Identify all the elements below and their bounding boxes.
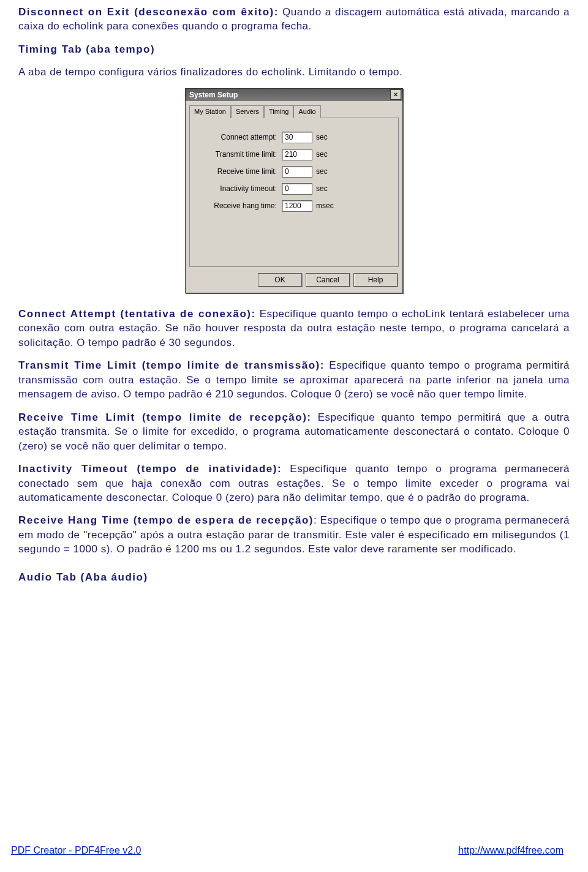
receive-hang-input[interactable] [282, 200, 312, 212]
bold-label: Inactivity Timeout (tempo de inatividade… [18, 463, 282, 475]
ok-button[interactable]: OK [258, 273, 302, 287]
tab-audio[interactable]: Audio [293, 105, 320, 118]
row-receive-limit: Receive time limit: sec [198, 166, 390, 178]
field-label: Transmit time limit: [198, 149, 282, 160]
bold-label: Receive Hang Time (tempo de espera de re… [18, 514, 314, 526]
help-button[interactable]: Help [353, 273, 398, 287]
bold-label: Audio Tab (Aba áudio) [18, 571, 148, 583]
page-footer: PDF Creator - PDF4Free v2.0 http://www.p… [0, 844, 588, 857]
bold-label: Receive Time Limit (tempo limite de rece… [18, 412, 312, 423]
dialog-button-row: OK Cancel Help [186, 267, 402, 293]
para-transmit-limit: Transmit Time Limit (tempo limite de tra… [18, 358, 570, 401]
document-page: Disconnect on Exit (desconexão com êxito… [0, 0, 588, 584]
row-receive-hang: Receive hang time: msec [198, 200, 390, 212]
tab-timing[interactable]: Timing [264, 105, 294, 118]
unit-label: msec [312, 201, 334, 211]
field-label: Receive time limit: [198, 167, 282, 177]
bold-label: Transmit Time Limit (tempo limite de tra… [18, 359, 325, 371]
footer-right-link[interactable]: http://www.pdf4free.com [458, 844, 564, 857]
dialog-title: System Setup [189, 90, 238, 100]
cancel-button[interactable]: Cancel [306, 273, 350, 287]
unit-label: sec [312, 132, 328, 143]
dialog-wrap: System Setup × My Station Servers Timing… [18, 88, 570, 293]
tab-servers[interactable]: Servers [231, 105, 264, 118]
heading-timing-tab: Timing Tab (aba tempo) [18, 42, 570, 56]
para-receive-limit: Receive Time Limit (tempo limite de rece… [18, 410, 570, 453]
unit-label: sec [312, 149, 328, 160]
inactivity-timeout-input[interactable] [282, 183, 312, 195]
bold-label: Disconnect on Exit (desconexão com êxito… [18, 6, 279, 18]
para-receive-hang: Receive Hang Time (tempo de espera de re… [18, 513, 570, 556]
close-icon[interactable]: × [390, 89, 401, 100]
unit-label: sec [312, 167, 328, 177]
transmit-limit-input[interactable] [282, 149, 312, 160]
para-connect-attempt: Connect Attempt (tentativa de conexão): … [18, 307, 570, 350]
field-label: Connect attempt: [198, 132, 282, 143]
dialog-titlebar[interactable]: System Setup × [186, 89, 402, 101]
tab-my-station[interactable]: My Station [189, 105, 231, 118]
system-setup-dialog: System Setup × My Station Servers Timing… [185, 88, 403, 293]
field-label: Receive hang time: [198, 201, 282, 211]
para-disconnect-on-exit: Disconnect on Exit (desconexão com êxito… [18, 5, 570, 34]
bold-label: Connect Attempt (tentativa de conexão): [18, 308, 256, 320]
row-inactivity-timeout: Inactivity timeout: sec [198, 183, 390, 195]
para-inactivity-timeout: Inactivity Timeout (tempo de inatividade… [18, 462, 570, 505]
row-connect-attempt: Connect attempt: sec [198, 132, 390, 143]
bold-label: Timing Tab (aba tempo) [18, 43, 155, 55]
footer-left-link[interactable]: PDF Creator - PDF4Free v2.0 [11, 844, 141, 857]
para-timing-intro: A aba de tempo configura vários finaliza… [18, 65, 570, 79]
tab-panel-timing: Connect attempt: sec Transmit time limit… [189, 118, 399, 267]
unit-label: sec [312, 184, 328, 194]
receive-limit-input[interactable] [282, 166, 312, 178]
field-label: Inactivity timeout: [198, 184, 282, 194]
heading-audio-tab: Audio Tab (Aba áudio) [18, 570, 570, 584]
row-transmit-limit: Transmit time limit: sec [198, 149, 390, 160]
tab-strip: My Station Servers Timing Audio [189, 105, 402, 118]
connect-attempt-input[interactable] [282, 132, 312, 143]
